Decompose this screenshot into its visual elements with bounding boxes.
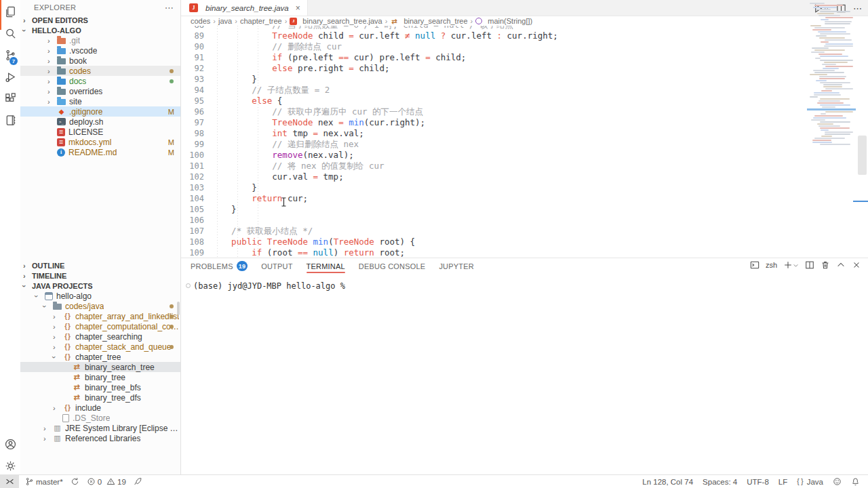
shell-label[interactable]: zsh: [766, 261, 777, 269]
outline-section[interactable]: › OUTLINE: [20, 260, 180, 270]
tree-item-codes[interactable]: ›codes: [20, 66, 180, 76]
panel-tab-debug-console[interactable]: DEBUG CONSOLE: [359, 258, 426, 274]
tree-item-binary-tree[interactable]: ⇄binary_tree: [20, 372, 180, 382]
code-line[interactable]: 89 TreeNode child = cur.left ≠ null ? cu…: [181, 30, 807, 41]
code-line[interactable]: 100 remove(nex.val);: [181, 150, 807, 161]
code-area[interactable]: 88 // 当子结点数量 = 0 / 1 时, child = null / 该…: [181, 26, 807, 258]
tree-item-chapter-searching[interactable]: ›{ }chapter_searching: [20, 331, 180, 342]
code-line[interactable]: 106: [181, 215, 807, 226]
problems-item[interactable]: 0 19: [87, 477, 126, 486]
sidebar-scrollbar[interactable]: [177, 302, 180, 315]
timeline-section[interactable]: › TIMELINE: [20, 270, 180, 281]
code-line[interactable]: 101 // 将 nex 的值复制给 cur: [181, 161, 807, 171]
tree-item-hello-algo[interactable]: ›hello-algo: [20, 291, 180, 301]
code-line[interactable]: 94 // 子结点数量 = 2: [181, 85, 807, 96]
breadcrumb-item[interactable]: ⇄binary_search_tree: [390, 17, 467, 25]
code-line[interactable]: 99 // 递归删除结点 nex: [181, 139, 807, 150]
editor-scrollbar[interactable]: [858, 136, 867, 175]
tree-item-docs[interactable]: ›docs: [20, 76, 180, 86]
extensions-icon[interactable]: [4, 92, 17, 105]
tree-item-chapter-computational-complexity[interactable]: ›{ }chapter_computational_complexity: [20, 321, 180, 331]
tab-binary-search-tree[interactable]: J binary_search_tree.java ×: [181, 0, 308, 16]
language-mode[interactable]: { } Java: [797, 478, 823, 486]
panel-tab-output[interactable]: OUTPUT: [261, 258, 292, 274]
kill-terminal-icon[interactable]: [821, 260, 830, 270]
tree-item-chapter-stack-and-queue[interactable]: ›{ }chapter_stack_and_queue: [20, 342, 180, 352]
tree-item-jre-system-library-eclipse-temurin-17-17-[interactable]: ›▥JRE System Library [Eclipse Temurin 17…: [20, 423, 180, 433]
tree-item-include[interactable]: ›{ }include: [20, 403, 180, 413]
tree-item-deploy-sh[interactable]: >_deploy.sh: [20, 117, 180, 127]
tree-item-mkdocs-yml[interactable]: ☰mkdocs.ymlM: [20, 137, 180, 147]
code-line[interactable]: 96 // 获取中序遍历中 cur 的下一个结点: [181, 106, 807, 117]
java-projects-section[interactable]: › JAVA PROJECTS: [20, 281, 180, 291]
tree-item-binary-tree-dfs[interactable]: ⇄binary_tree_dfs: [20, 392, 180, 403]
sync-button[interactable]: [71, 477, 79, 486]
feedback-button[interactable]: [833, 477, 842, 486]
code-line[interactable]: 88 // 当子结点数量 = 0 / 1 时, child = null / 该…: [181, 26, 807, 30]
indentation[interactable]: Spaces: 4: [703, 478, 737, 486]
remote-indicator[interactable]: [0, 475, 19, 488]
line-number: 89: [181, 30, 204, 41]
git-branch-item[interactable]: master*: [25, 477, 63, 486]
terminal[interactable]: (base) jyd@JYD-MBP hello-algo %: [181, 274, 868, 291]
minimap[interactable]: [807, 3, 856, 146]
tree-item-codes-java[interactable]: ›codes/java: [20, 301, 180, 311]
tree-item-binary-tree-bfs[interactable]: ⇄binary_tree_bfs: [20, 382, 180, 392]
panel-tab-jupyter[interactable]: JUPYTER: [439, 258, 474, 274]
breadcrumb-item[interactable]: Jbinary_search_tree.java: [290, 17, 382, 25]
tree-item--ds-store[interactable]: .DS_Store: [20, 413, 180, 423]
code-line[interactable]: 109 if (root == null) return root;: [181, 247, 807, 258]
split-terminal-icon[interactable]: [805, 260, 814, 270]
tree-item-chapter-array-and-linkedlist[interactable]: ›{ }chapter_array_and_linkedlist: [20, 311, 180, 321]
close-panel-icon[interactable]: [852, 260, 861, 270]
code-line[interactable]: 92 else pre.right = child;: [181, 63, 807, 74]
code-line[interactable]: 93 }: [181, 74, 807, 85]
cursor-position[interactable]: Ln 128, Col 74: [642, 478, 693, 486]
code-line[interactable]: 104 return cur;: [181, 193, 807, 204]
code-line[interactable]: 95 else {: [181, 96, 807, 106]
breadcrumb-item[interactable]: codes: [191, 17, 210, 25]
maximize-panel-icon[interactable]: [836, 260, 846, 270]
more-actions-icon[interactable]: ⋯: [165, 3, 174, 13]
tree-item-book[interactable]: ›book: [20, 56, 180, 66]
new-terminal-icon[interactable]: [783, 260, 799, 270]
code-line[interactable]: 107 /* 获取最小结点 */: [181, 226, 807, 237]
breadcrumb-item[interactable]: chapter_tree: [240, 17, 282, 25]
eol[interactable]: LF: [778, 478, 787, 486]
code-line[interactable]: 108 public TreeNode min(TreeNode root) {: [181, 237, 807, 247]
notifications-button[interactable]: [851, 477, 860, 486]
run-debug-icon[interactable]: [4, 70, 17, 83]
search-icon[interactable]: [4, 27, 17, 40]
tree-item-site[interactable]: ›site: [20, 96, 180, 106]
tree-item--vscode[interactable]: ›.vscode: [20, 45, 180, 56]
workspace-root-section[interactable]: › HELLO-ALGO: [20, 25, 180, 35]
code-line[interactable]: 102 cur.val = tmp;: [181, 171, 807, 182]
tree-item-license[interactable]: ☰LICENSE: [20, 127, 180, 137]
breadcrumb-item[interactable]: java: [218, 17, 232, 25]
code-line[interactable]: 90 // 删除结点 cur: [181, 41, 807, 52]
open-editors-section[interactable]: › OPEN EDITORS: [20, 15, 180, 25]
code-line[interactable]: 97 TreeNode nex = min(cur.right);: [181, 117, 807, 128]
tree-item-chapter-tree[interactable]: ›{ }chapter_tree: [20, 352, 180, 362]
java-file-icon: J: [290, 18, 297, 25]
explorer-icon[interactable]: [4, 5, 17, 18]
launch-item[interactable]: [134, 477, 142, 486]
close-icon[interactable]: ×: [296, 3, 300, 13]
code-line[interactable]: 98 int tmp = nex.val;: [181, 128, 807, 139]
encoding[interactable]: UTF-8: [747, 478, 769, 486]
notebook-icon[interactable]: [4, 114, 17, 127]
code-line[interactable]: 91 if (pre.left == cur) pre.left = child…: [181, 52, 807, 63]
code-line[interactable]: 105 }: [181, 204, 807, 215]
panel-tab-problems[interactable]: PROBLEMS19: [191, 258, 248, 274]
tree-item-binary-search-tree[interactable]: ⇄binary_search_tree: [20, 362, 180, 372]
tree-item-overrides[interactable]: ›overrides: [20, 86, 180, 96]
panel-tab-terminal[interactable]: TERMINAL: [307, 258, 345, 274]
settings-gear-icon[interactable]: [4, 460, 17, 472]
account-icon[interactable]: [4, 438, 17, 451]
breadcrumb-item[interactable]: main(String[]): [475, 17, 532, 25]
tree-item-readme-md[interactable]: iREADME.mdM: [20, 147, 180, 157]
tree-item--git[interactable]: ›.git: [20, 35, 180, 45]
code-line[interactable]: 103 }: [181, 182, 807, 193]
tree-item-referenced-libraries[interactable]: ›▥Referenced Libraries: [20, 433, 180, 443]
tree-item--gitignore[interactable]: ◆.gitignoreM: [20, 106, 180, 117]
